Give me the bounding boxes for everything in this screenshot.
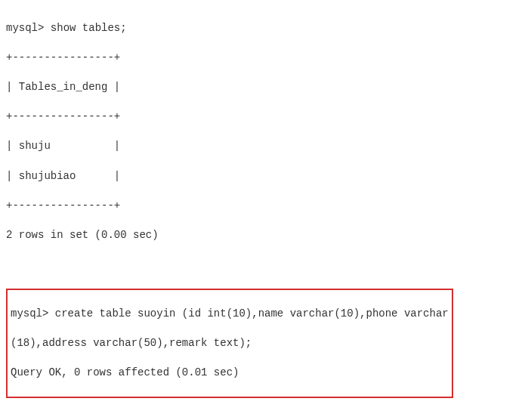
result-text: Query OK, 0 rows affected (0.01 sec)	[11, 366, 449, 381]
table-border: +----------------+	[6, 51, 519, 66]
table-row: | shujubiao |	[6, 169, 519, 184]
command-line: mysql> show tables;	[6, 21, 519, 36]
command-line: (18),address varchar(50),remark text);	[11, 336, 449, 351]
prompt: mysql>	[6, 22, 44, 34]
table-border: +----------------+	[6, 110, 519, 125]
command-text: show tables;	[44, 22, 126, 34]
highlight-create-table: mysql> create table suoyin (id int(10),n…	[6, 289, 453, 398]
terminal-output: mysql> show tables; +----------------+ |…	[6, 6, 519, 420]
table-row: | shuju |	[6, 139, 519, 154]
result-text: 2 rows in set (0.00 sec)	[6, 228, 519, 243]
command-line: mysql> create table suoyin (id int(10),n…	[11, 307, 449, 322]
table-border: +----------------+	[6, 199, 519, 214]
table-header: | Tables_in_deng |	[6, 80, 519, 95]
